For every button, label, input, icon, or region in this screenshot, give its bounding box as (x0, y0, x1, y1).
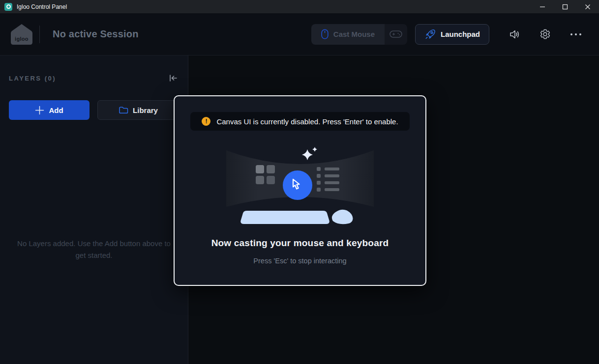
casting-subheading: Press 'Esc' to stop interacting (175, 257, 425, 265)
library-button[interactable]: Library (97, 100, 179, 120)
casting-heading: Now casting your mouse and keyboard (175, 238, 425, 249)
launchpad-label: Launchpad (441, 30, 480, 38)
add-button-label: Add (49, 106, 63, 114)
launchpad-icon (424, 28, 436, 40)
igloo-logo-icon (10, 23, 33, 45)
add-layer-button[interactable]: Add (9, 100, 90, 120)
layers-empty-message: No Layers added. Use the Add button abov… (14, 238, 174, 261)
close-button[interactable] (576, 0, 599, 13)
gear-icon (539, 28, 551, 40)
cast-mouse-button[interactable]: Cast Mouse (311, 24, 385, 45)
maximize-icon (562, 4, 568, 10)
sidebar-buttons: Add Library (9, 100, 179, 120)
app-icon (4, 3, 12, 11)
collapse-icon (167, 73, 179, 84)
window-controls (531, 0, 599, 13)
volume-button[interactable] (509, 29, 521, 40)
folder-icon (119, 106, 128, 114)
casting-modal: ! Canvas UI is currently disabled. Press… (174, 95, 426, 286)
maximize-button[interactable] (554, 0, 576, 13)
warning-icon: ! (202, 117, 210, 126)
controller-button[interactable] (385, 24, 407, 45)
collapse-sidebar-button[interactable] (167, 73, 179, 84)
igloo-logo-label: igloo (10, 36, 33, 42)
cast-mouse-group: Cast Mouse (311, 24, 407, 45)
keyboard-shape (240, 211, 329, 224)
header-divider (39, 26, 40, 43)
minimize-button[interactable] (531, 0, 554, 13)
library-button-label: Library (133, 106, 158, 114)
titlebar: Igloo Control Panel (0, 0, 599, 13)
warning-text: Canvas UI is currently disabled. Press '… (216, 117, 398, 126)
header-icon-buttons (489, 28, 589, 40)
canvas-disabled-banner: ! Canvas UI is currently disabled. Press… (190, 112, 410, 131)
minimize-icon (539, 4, 545, 10)
cursor-icon (283, 170, 312, 200)
mouse-shape (332, 210, 353, 224)
launchpad-button[interactable]: Launchpad (415, 24, 489, 45)
session-title: No active Session (53, 28, 139, 40)
igloo-logo: igloo (10, 23, 33, 45)
header-actions: Cast Mouse La (311, 24, 589, 45)
header: igloo No active Session Cast Mouse (0, 13, 599, 56)
app-icon-glyph (6, 4, 11, 9)
volume-icon (509, 29, 521, 40)
window-title: Igloo Control Panel (17, 3, 67, 10)
controller-icon (389, 30, 402, 38)
layers-header: LAYERS (0) (9, 75, 56, 82)
layers-sidebar: LAYERS (0) Add (0, 56, 188, 364)
more-button[interactable] (569, 32, 582, 36)
cast-mouse-icon (321, 29, 329, 39)
sparkles-icon (302, 147, 317, 160)
settings-button[interactable] (539, 28, 551, 40)
close-icon (585, 4, 591, 10)
casting-illustration (226, 146, 374, 226)
layers-header-row: LAYERS (0) (9, 73, 179, 84)
more-icon (569, 32, 582, 36)
cast-mouse-label: Cast Mouse (333, 30, 375, 38)
plus-icon (35, 106, 44, 115)
